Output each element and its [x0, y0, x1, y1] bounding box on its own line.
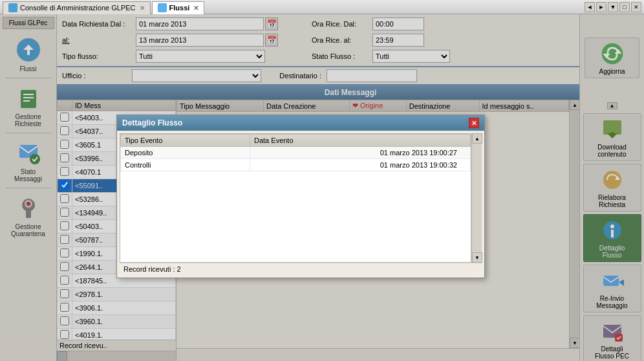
tab-flussi[interactable]: Flussi ✕ — [152, 1, 205, 14]
tab-flussi-close[interactable]: ✕ — [193, 5, 199, 12]
modal-table-wrapper: Tipo EventoData Evento Deposito 01 marzo… — [120, 133, 482, 263]
modal-footer: Record ricevuti : 2 — [120, 263, 482, 275]
modal-data: 01 marzo 2013 19:00:32 — [250, 159, 471, 171]
modal-col-1: Data Evento — [250, 135, 471, 147]
modal-table: Tipo EventoData Evento Deposito 01 marzo… — [120, 134, 471, 171]
tab-consolle-close[interactable]: ✕ — [140, 5, 145, 12]
modal-table-container[interactable]: Tipo EventoData Evento Deposito 01 marzo… — [120, 133, 471, 263]
modal-scroll-down[interactable]: ▼ — [472, 252, 482, 263]
main-container: Flussi GLPec Flussi GestioneRi — [0, 14, 644, 361]
modal-title: Dettaglio Flusso — [122, 118, 182, 127]
dettaglio-flusso-modal: Dettaglio Flusso ✕ Tipo EventoData Event… — [116, 115, 485, 278]
tab-flussi-label: Flussi — [169, 4, 190, 12]
tab-consolle[interactable]: Consolle di Amministrazione GLPEC ✕ — [3, 1, 151, 14]
modal-tipo: Deposito — [121, 147, 250, 159]
modal-tipo: Controlli — [121, 159, 250, 171]
tab-bar: Consolle di Amministrazione GLPEC ✕ Flus… — [3, 0, 206, 14]
modal-data: 01 marzo 2013 19:00:27 — [250, 147, 471, 159]
modal-scroll-up[interactable]: ▲ — [472, 133, 482, 144]
modal-content: Tipo EventoData Evento Deposito 01 marzo… — [117, 131, 484, 278]
tab-consolle-label: Consolle di Amministrazione GLPEC — [20, 4, 136, 12]
win-min-btn[interactable]: ▼ — [608, 2, 618, 12]
win-back-btn[interactable]: ◄ — [585, 2, 595, 12]
title-bar: Consolle di Amministrazione GLPEC ✕ Flus… — [0, 0, 644, 14]
modal-vscrollbar[interactable]: ▲ ▼ — [471, 133, 482, 263]
consolle-tab-icon — [8, 3, 17, 12]
win-close-btn[interactable]: ✕ — [631, 2, 641, 12]
modal-footer-text: Record ricevuti : 2 — [123, 265, 181, 273]
modal-table-row: Deposito 01 marzo 2013 19:00:27 — [121, 147, 471, 159]
modal-overlay: Dettaglio Flusso ✕ Tipo EventoData Event… — [0, 14, 644, 361]
window-controls: ◄ ► ▼ □ ✕ — [585, 2, 641, 12]
modal-col-0: Tipo Evento — [121, 135, 250, 147]
modal-close-btn[interactable]: ✕ — [469, 118, 479, 128]
win-max-btn[interactable]: □ — [619, 2, 630, 12]
modal-title-bar: Dettaglio Flusso ✕ — [117, 115, 484, 131]
win-fwd-btn[interactable]: ► — [596, 2, 606, 12]
flussi-tab-icon — [158, 3, 167, 12]
modal-scroll-track — [472, 144, 482, 252]
modal-table-row: Controlli 01 marzo 2013 19:00:32 — [121, 159, 471, 171]
